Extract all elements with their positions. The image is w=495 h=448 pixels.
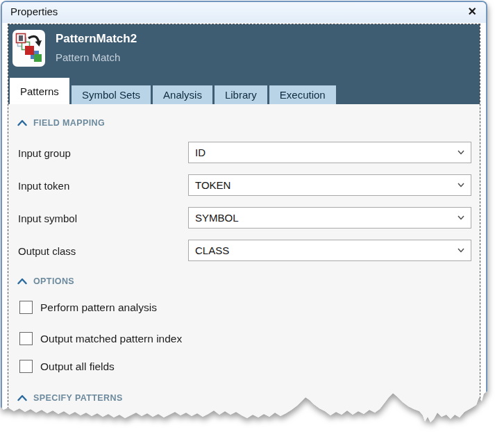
tab-bar: Patterns Symbol Sets Analysis Library Ex…: [8, 77, 480, 104]
section-title: FIELD MAPPING: [33, 118, 105, 128]
node-name: PatternMatch2: [56, 32, 137, 46]
properties-window: Properties ✕: [1, 1, 487, 433]
close-icon[interactable]: ✕: [468, 5, 477, 19]
input-group-dropdown[interactable]: ID: [188, 142, 471, 163]
chevron-down-icon: [458, 215, 464, 220]
output-class-label: Output class: [18, 245, 76, 257]
pattern-match-node-icon: [12, 30, 45, 67]
titlebar: Properties ✕: [2, 2, 486, 23]
patterns-tab-content: FIELD MAPPING Input group ID Input token…: [8, 104, 480, 430]
output-all-fields-checkbox[interactable]: [19, 360, 33, 373]
tab-execution[interactable]: Execution: [269, 85, 336, 104]
dropdown-value: SYMBOL: [195, 212, 239, 224]
panel-body: PatternMatch2 Pattern Match Patterns Sym…: [8, 24, 480, 430]
tab-library[interactable]: Library: [215, 85, 267, 104]
input-group-label: Input group: [18, 147, 71, 159]
chevron-down-icon: [458, 150, 464, 155]
node-texts: PatternMatch2 Pattern Match: [56, 30, 137, 67]
dropdown-value: CLASS: [195, 244, 229, 256]
window-title: Properties: [10, 6, 58, 17]
node-header-zone: PatternMatch2 Pattern Match Patterns Sym…: [8, 24, 480, 104]
options-section-header[interactable]: OPTIONS: [17, 276, 74, 286]
input-symbol-label: Input symbol: [18, 213, 77, 224]
specify-patterns-section-header[interactable]: SPECIFY PATTERNS: [17, 393, 123, 403]
input-symbol-dropdown[interactable]: SYMBOL: [188, 207, 471, 229]
field-mapping-section-header[interactable]: FIELD MAPPING: [17, 118, 105, 128]
perform-pattern-analysis-checkbox[interactable]: [19, 301, 33, 314]
tab-patterns[interactable]: Patterns: [10, 78, 69, 104]
properties-panel: Properties ✕: [0, 0, 495, 448]
section-title: SPECIFY PATTERNS: [33, 393, 123, 403]
dropdown-value: TOKEN: [195, 179, 230, 191]
tab-symbol-sets[interactable]: Symbol Sets: [72, 85, 151, 104]
node-header: PatternMatch2 Pattern Match: [8, 24, 480, 67]
chevron-down-icon: [458, 248, 464, 253]
dropdown-value: ID: [195, 147, 205, 158]
perform-pattern-analysis-row: Perform pattern analysis: [19, 301, 157, 314]
node-type: Pattern Match: [56, 51, 137, 63]
checkbox-label: Output matched pattern index: [40, 333, 182, 345]
collapse-chevron-icon: [17, 278, 27, 285]
output-matched-pattern-index-checkbox[interactable]: [19, 332, 33, 345]
checkbox-label: Perform pattern analysis: [40, 301, 157, 314]
input-token-dropdown[interactable]: TOKEN: [188, 174, 471, 196]
output-class-dropdown[interactable]: CLASS: [188, 240, 471, 261]
collapse-chevron-icon: [17, 119, 27, 126]
section-title: OPTIONS: [33, 276, 74, 286]
output-all-fields-row: Output all fields: [19, 360, 115, 373]
chevron-down-icon: [458, 183, 464, 188]
output-matched-pattern-index-row: Output matched pattern index: [19, 332, 182, 345]
input-token-label: Input token: [18, 180, 69, 192]
checkbox-label: Output all fields: [40, 360, 115, 373]
collapse-chevron-icon: [17, 395, 27, 401]
tab-analysis[interactable]: Analysis: [153, 85, 212, 104]
